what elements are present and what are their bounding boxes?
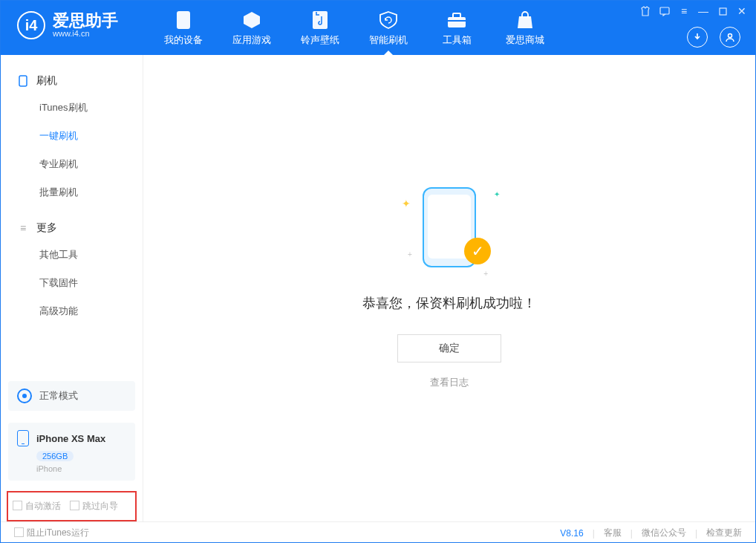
- mode-label: 正常模式: [39, 389, 78, 403]
- download-button[interactable]: [687, 27, 708, 48]
- nav-label: 爱思商城: [506, 33, 544, 47]
- toolbox-icon: [446, 10, 467, 30]
- sidebar-item-pro-flash[interactable]: 专业刷机: [1, 150, 143, 178]
- sidebar-group-title: 刷机: [36, 74, 57, 88]
- highlighted-options-box: 自动激活 跳过向导: [7, 491, 137, 521]
- nav-apps-games[interactable]: 应用游戏: [218, 1, 286, 55]
- sidebar-item-download-firmware[interactable]: 下载固件: [1, 269, 143, 297]
- nav-label: 应用游戏: [232, 33, 271, 47]
- status-bar: 阻止iTunes运行 V8.16 | 客服 | 微信公众号 | 检查更新: [1, 521, 755, 543]
- top-nav: 我的设备 应用游戏 铃声壁纸 智能刷机 工具箱 爱思商城: [149, 1, 559, 55]
- svg-rect-3: [453, 13, 460, 18]
- mode-indicator-icon: [17, 388, 32, 403]
- checkbox-auto-activate[interactable]: 自动激活: [13, 500, 61, 513]
- divider: |: [695, 528, 697, 539]
- divider: |: [593, 528, 595, 539]
- sparkle-icon: +: [483, 270, 488, 278]
- sidebar-group-flash-header: 刷机: [1, 68, 143, 94]
- support-link[interactable]: 客服: [604, 527, 622, 539]
- nav-my-device[interactable]: 我的设备: [149, 1, 218, 55]
- nav-label: 智能刷机: [369, 33, 408, 47]
- sidebar: 刷机 iTunes刷机 一键刷机 专业刷机 批量刷机 ≡ 更多 其他工具 下载固…: [1, 55, 143, 521]
- nav-label: 工具箱: [443, 33, 472, 47]
- close-icon[interactable]: ✕: [736, 5, 748, 17]
- cube-icon: [241, 10, 262, 30]
- maximize-icon[interactable]: [717, 5, 729, 17]
- device-type: iPhone: [36, 464, 62, 473]
- ok-button[interactable]: 确定: [397, 334, 501, 362]
- checkbox-icon: [14, 527, 24, 537]
- nav-store[interactable]: 爱思商城: [491, 1, 559, 55]
- titlebar: i4 爱思助手 www.i4.cn 我的设备 应用游戏 铃声壁纸 智能刷机 工具…: [1, 1, 755, 55]
- device-icon: [173, 10, 194, 30]
- success-illustration: ✦ ✦ + + ✓: [405, 187, 494, 276]
- check-update-link[interactable]: 检查更新: [706, 527, 742, 539]
- bag-icon: [515, 10, 535, 30]
- app-url: www.i4.cn: [53, 29, 118, 38]
- feedback-icon[interactable]: [659, 5, 671, 17]
- sparkle-icon: ✦: [494, 190, 500, 198]
- version-label: V8.16: [560, 528, 583, 539]
- svg-rect-8: [19, 76, 27, 86]
- phone-outline-icon: [17, 75, 29, 87]
- menu-icon[interactable]: ≡: [678, 5, 690, 17]
- sparkle-icon: ✦: [402, 198, 411, 209]
- svg-rect-0: [177, 11, 190, 29]
- user-button[interactable]: [720, 27, 740, 48]
- music-file-icon: [310, 10, 330, 30]
- svg-rect-4: [448, 20, 466, 22]
- sparkle-icon: +: [408, 250, 412, 259]
- header-right-icons: [687, 27, 740, 48]
- sidebar-item-advanced[interactable]: 高级功能: [1, 297, 143, 325]
- checkbox-icon: [70, 501, 79, 510]
- window-controls: ≡ — ✕: [639, 5, 748, 17]
- divider: |: [630, 528, 633, 539]
- sidebar-group-more-header: ≡ 更多: [1, 215, 143, 241]
- device-phone-icon: [17, 430, 29, 446]
- check-badge-icon: ✓: [464, 238, 491, 264]
- svg-point-7: [729, 34, 732, 38]
- device-name: iPhone XS Max: [36, 433, 105, 444]
- device-card[interactable]: iPhone XS Max 256GB iPhone: [8, 423, 135, 481]
- nav-ringtone-wallpaper[interactable]: 铃声壁纸: [286, 1, 354, 55]
- svg-rect-5: [660, 7, 669, 14]
- sidebar-group-title: 更多: [36, 221, 57, 235]
- success-message: 恭喜您，保资料刷机成功啦！: [362, 294, 536, 312]
- nav-toolbox[interactable]: 工具箱: [423, 1, 491, 55]
- wechat-link[interactable]: 微信公众号: [642, 527, 686, 539]
- nav-label: 我的设备: [164, 33, 203, 47]
- checkbox-label: 阻止iTunes运行: [27, 527, 89, 538]
- sidebar-item-itunes-flash[interactable]: iTunes刷机: [1, 94, 143, 122]
- list-icon: ≡: [17, 222, 29, 234]
- svg-rect-2: [448, 17, 466, 27]
- checkbox-label: 跳过向导: [82, 501, 118, 511]
- checkbox-skip-guide[interactable]: 跳过向导: [70, 500, 118, 513]
- sidebar-item-other-tools[interactable]: 其他工具: [1, 241, 143, 269]
- device-capacity-badge: 256GB: [36, 451, 74, 461]
- checkbox-label: 自动激活: [25, 501, 61, 511]
- view-log-link[interactable]: 查看日志: [430, 376, 469, 389]
- sidebar-item-batch-flash[interactable]: 批量刷机: [1, 178, 143, 207]
- app-logo-icon: i4: [17, 11, 45, 39]
- checkbox-block-itunes[interactable]: 阻止iTunes运行: [14, 527, 89, 539]
- mode-card[interactable]: 正常模式: [8, 381, 135, 411]
- sidebar-item-onekey-flash[interactable]: 一键刷机: [1, 122, 143, 150]
- shield-refresh-icon: [378, 10, 399, 30]
- checkbox-icon: [13, 501, 22, 510]
- svg-rect-1: [313, 11, 328, 29]
- shirt-icon[interactable]: [639, 5, 651, 17]
- main-content: ✦ ✦ + + ✓ 恭喜您，保资料刷机成功啦！ 确定 查看日志: [143, 55, 755, 521]
- logo-block: i4 爱思助手 www.i4.cn: [1, 1, 127, 39]
- nav-smart-flash[interactable]: 智能刷机: [354, 1, 423, 55]
- minimize-icon[interactable]: —: [697, 5, 709, 17]
- app-name: 爱思助手: [53, 13, 118, 29]
- nav-label: 铃声壁纸: [301, 33, 339, 47]
- svg-rect-6: [720, 8, 726, 15]
